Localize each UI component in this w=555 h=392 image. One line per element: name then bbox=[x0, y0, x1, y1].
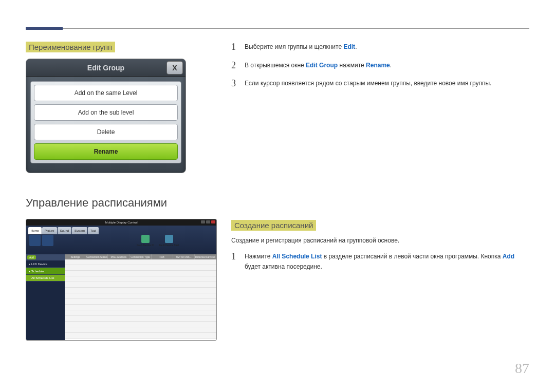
step-3: 3 Если курсор появляется рядом со старым… bbox=[231, 78, 529, 89]
app-titlebar: Multiple Display Control bbox=[26, 219, 216, 226]
step-number: 3 bbox=[231, 78, 238, 89]
add-same-level-button[interactable]: Add on the same Level bbox=[34, 85, 178, 101]
table-row bbox=[65, 293, 216, 299]
fault-device-id-icon[interactable] bbox=[141, 235, 150, 243]
step-text: Выберите имя группы и щелкните Edit. bbox=[245, 42, 357, 53]
ribbon-button-1[interactable] bbox=[29, 235, 41, 246]
app-sidebar: Add ▸ LFD Device ▾ Schedule All Schedule… bbox=[26, 254, 65, 340]
app-grid: Settings Connection Status MAC Address C… bbox=[65, 254, 216, 340]
col-setid[interactable]: SET ID Ran... bbox=[173, 254, 195, 259]
close-icon[interactable] bbox=[211, 220, 215, 223]
window-buttons bbox=[201, 220, 215, 223]
grid-rows bbox=[65, 259, 216, 339]
edit-group-titlebar: Edit Group X bbox=[26, 59, 186, 77]
table-row bbox=[65, 322, 216, 327]
col-detected[interactable]: Detected Devices bbox=[195, 254, 216, 259]
highlight-all-schedule: All Schedule List bbox=[272, 253, 322, 260]
col-conn-status[interactable]: Connection Status bbox=[86, 254, 108, 259]
table-row bbox=[65, 271, 216, 276]
table-row bbox=[65, 327, 216, 333]
sidebar-add-button[interactable]: Add bbox=[27, 255, 36, 259]
tab-tool[interactable]: Tool bbox=[88, 227, 99, 234]
fault-device-alert-icon[interactable] bbox=[165, 235, 173, 243]
table-row bbox=[65, 282, 216, 288]
step-1: 1 Нажмите All Schedule List в разделе ра… bbox=[231, 251, 529, 272]
table-row bbox=[65, 299, 216, 305]
close-button[interactable]: X bbox=[166, 61, 183, 74]
table-row bbox=[65, 305, 216, 310]
app-title: Multiple Display Control bbox=[105, 221, 137, 224]
table-row bbox=[65, 333, 216, 339]
highlight-edit-group: Edit Group bbox=[306, 62, 338, 69]
table-row bbox=[65, 265, 216, 271]
add-sub-level-button[interactable]: Add on the sub level bbox=[34, 104, 178, 121]
table-row bbox=[65, 316, 216, 322]
rename-button[interactable]: Rename bbox=[34, 143, 178, 160]
page-number: 87 bbox=[515, 360, 529, 377]
tab-system[interactable]: System bbox=[72, 227, 87, 234]
step-number: 2 bbox=[231, 60, 238, 71]
col-mac[interactable]: MAC Address bbox=[108, 254, 130, 259]
step-1: 1 Выберите имя группы и щелкните Edit. bbox=[231, 42, 529, 53]
edit-group-dialog: Edit Group X Add on the same Level Add o… bbox=[26, 59, 186, 173]
edit-group-body: Add on the same Level Add on the sub lev… bbox=[30, 81, 181, 163]
step-text: Если курсор появляется рядом со старым и… bbox=[245, 78, 491, 89]
step-number: 1 bbox=[231, 42, 238, 53]
sidebar-item-schedule[interactable]: ▾ Schedule bbox=[26, 268, 65, 275]
app-screenshot: Multiple Display Control Home Picture So… bbox=[26, 219, 217, 341]
sidebar-item-all-schedule[interactable]: All Schedule List bbox=[26, 275, 65, 282]
rename-steps: 1 Выберите имя группы и щелкните Edit. 2… bbox=[231, 42, 529, 89]
step-number: 1 bbox=[231, 251, 238, 272]
table-row bbox=[65, 288, 216, 293]
grid-header: Settings Connection Status MAC Address C… bbox=[65, 254, 216, 259]
table-row bbox=[65, 310, 216, 316]
highlight-rename: Rename bbox=[366, 62, 390, 69]
create-steps: 1 Нажмите All Schedule List в разделе ра… bbox=[231, 251, 529, 272]
sidebar-item-lfd[interactable]: ▸ LFD Device bbox=[26, 260, 65, 268]
tab-picture[interactable]: Picture bbox=[42, 227, 57, 234]
step-text: Нажмите All Schedule List в разделе расп… bbox=[245, 251, 529, 272]
tab-home[interactable]: Home bbox=[28, 227, 42, 234]
header-rule bbox=[26, 28, 529, 29]
section2-description: Создание и регистрация расписаний на гру… bbox=[231, 237, 529, 244]
step-2: 2 В открывшемся окне Edit Group нажмите … bbox=[231, 60, 529, 71]
heading-schedule-management: Управление расписаниями bbox=[26, 196, 216, 210]
fault-device-id-label: Fault Device ID bbox=[137, 244, 154, 247]
highlight-add: Add bbox=[503, 253, 514, 260]
maximize-icon[interactable] bbox=[206, 220, 210, 223]
app-ribbon: Home Picture Sound System Tool Fault Dev… bbox=[26, 226, 216, 254]
col-port[interactable]: Port bbox=[152, 254, 173, 259]
section-title-rename: Переименование групп bbox=[26, 42, 115, 52]
step-text: В открывшемся окне Edit Group нажмите Re… bbox=[245, 60, 392, 71]
col-settings[interactable]: Settings bbox=[65, 254, 86, 259]
fault-device-alert-label: Fault Device Alert bbox=[159, 244, 179, 247]
minimize-icon[interactable] bbox=[201, 220, 205, 223]
delete-button[interactable]: Delete bbox=[34, 124, 178, 140]
sidebar-toolbar: Add bbox=[26, 254, 65, 260]
highlight-edit: Edit bbox=[343, 43, 355, 50]
table-row bbox=[65, 276, 216, 282]
edit-group-title: Edit Group bbox=[87, 64, 124, 72]
close-icon: X bbox=[172, 64, 177, 72]
ribbon-button-2[interactable] bbox=[42, 235, 53, 246]
tab-sound[interactable]: Sound bbox=[58, 227, 71, 234]
section-title-create: Создание расписаний bbox=[231, 220, 316, 231]
table-row bbox=[65, 259, 216, 265]
col-conn-type[interactable]: Connection Type bbox=[130, 254, 151, 259]
